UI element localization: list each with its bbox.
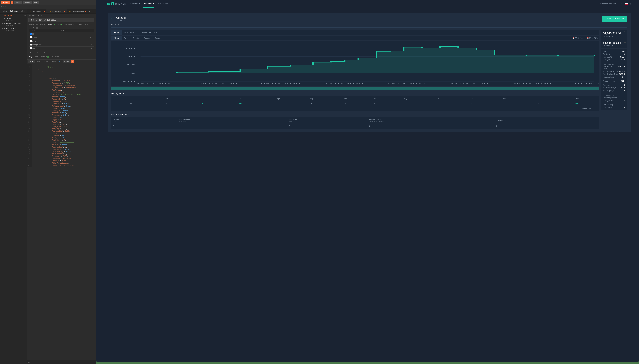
runner-button[interactable]: Runner xyxy=(23,1,32,4)
response-tab[interactable]: Headers (2) xyxy=(41,56,49,58)
info-icon[interactable]: i xyxy=(624,41,626,43)
view-tab[interactable]: Return xyxy=(111,30,122,35)
broker-logo: B2 ▮ BROKER xyxy=(107,2,126,6)
chart-brush[interactable] xyxy=(111,87,599,90)
fees-table: BalanceUSDPerformance Fee% from profitVo… xyxy=(111,117,599,129)
sidebar-toggle-icon[interactable]: ▣ xyxy=(28,361,30,363)
new-dropdown[interactable]: ▾ xyxy=(11,1,13,4)
svg-text:10: 10 xyxy=(126,64,136,66)
response-tab[interactable]: Cookies xyxy=(34,56,40,58)
stat-row: Profitable %84.06% xyxy=(603,56,625,58)
request-subtab[interactable]: Settings xyxy=(84,24,90,25)
period-tab[interactable]: 6 month xyxy=(130,36,141,40)
request-subtab[interactable]: Params xyxy=(29,24,34,25)
response-tab[interactable]: Test Results xyxy=(51,56,59,58)
stat-row: Profit21.11% xyxy=(603,50,625,53)
new-button[interactable]: ✚New xyxy=(1,1,10,4)
nav-item-leaderboard[interactable]: Leaderboard xyxy=(143,0,154,8)
stat-row: Max daily profit, USD2,925.49 xyxy=(603,70,625,73)
temp-headers-toggle[interactable]: ▸ Temporary Headers (9) ⓘ xyxy=(27,51,96,55)
view-tab[interactable]: Strategy description xyxy=(139,30,160,35)
svg-text:01.04.2020: 01.04.2020 xyxy=(575,83,599,84)
statistics-tab[interactable]: Statistics xyxy=(111,24,119,27)
collection-item[interactable]: ▸▣Postman Echo37 requests xyxy=(0,27,27,32)
preview-button[interactable]: Preview xyxy=(42,60,50,63)
refresh-icon[interactable]: ⟳ xyxy=(621,3,623,5)
stat-row: % Losing days20.00 xyxy=(603,89,625,92)
request-subtab[interactable]: Authorization xyxy=(36,24,45,25)
date-from[interactable]: 📅26-02-2020 xyxy=(571,36,585,40)
return-chart[interactable]: -100102030 28.02.202004.03.202008.03.202… xyxy=(111,41,599,86)
collection-item[interactable]: ▸▣PAMM8 requests xyxy=(0,17,27,22)
svg-text:-10: -10 xyxy=(123,81,136,82)
balance-card: 51,646,351.54 Balance (USD) i xyxy=(601,40,627,48)
calendar-icon: 📅 xyxy=(587,37,589,39)
logout-icon[interactable]: ⎋ xyxy=(630,3,631,5)
back-arrow-icon[interactable]: ‹ xyxy=(111,17,112,20)
request-tab[interactable]: POSTacc.pos (demo4) xyxy=(67,9,88,13)
refreshed-label: Refreshed 0 minute(s) ago xyxy=(600,3,619,5)
request-subtab[interactable]: Tests xyxy=(79,24,82,25)
postman-content: POSTacc.hist.settmtPOSTla.auth (demo 4)P… xyxy=(27,9,96,364)
postman-toolbar: ✚New ▾ Import Runner ▦ ▾ xyxy=(0,0,96,5)
headers-toggle[interactable]: ▾ Headers (4) xyxy=(29,27,94,29)
request-subtab[interactable]: Headers(13) xyxy=(47,24,55,25)
console-icon[interactable]: ▢ xyxy=(34,361,35,363)
fees-title: With manager's fees xyxy=(111,114,599,116)
header-row[interactable]: ManagerPassTR xyxy=(29,43,94,46)
wrap-button[interactable]: ⇥ xyxy=(71,60,74,63)
nav-item-dashboard[interactable]: Dashboard xyxy=(130,0,140,8)
trash-button[interactable]: Trash xyxy=(22,14,26,16)
date-to[interactable]: 📅01-04-2020 xyxy=(585,36,599,40)
request-subtab[interactable]: Body xyxy=(58,24,62,25)
header-row[interactable]: la_login30 xyxy=(29,36,94,40)
method-dropdown[interactable]: POST ▾ xyxy=(28,18,38,22)
broker-header: B2 ▮ BROKER DashboardLeaderboardMy Accou… xyxy=(96,0,639,8)
filter-bar: ▽ xyxy=(0,5,96,9)
stat-row: Profitable days12 xyxy=(603,103,625,106)
response-tab[interactable]: Body xyxy=(29,56,32,58)
new-collection-button[interactable]: ✚ New Collection xyxy=(2,14,13,16)
sidebar-tab-collections[interactable]: Collections xyxy=(9,9,20,13)
period-tab[interactable]: All time xyxy=(111,36,122,40)
header-row[interactable]: lbl1 xyxy=(29,32,94,36)
account-id: 300099488 xyxy=(116,20,126,21)
pretty-button[interactable]: Pretty xyxy=(28,60,35,63)
filter-input[interactable] xyxy=(4,6,95,8)
return-total: Return total: +21.11 xyxy=(111,106,599,111)
nav-item-my-accounts[interactable]: My Accounts xyxy=(157,0,168,8)
svg-text:28.02.2020: 28.02.2020 xyxy=(136,83,175,84)
subscribe-button[interactable]: Subscribe to account xyxy=(602,16,627,22)
raw-button[interactable]: Raw xyxy=(36,60,41,63)
filter-icon: ▽ xyxy=(1,6,3,8)
info-icon[interactable]: i xyxy=(624,32,626,34)
add-tab-button[interactable]: +⋯ xyxy=(88,9,94,13)
view-tab[interactable]: Balance/Equity xyxy=(122,30,139,35)
header-val-col: VAL xyxy=(62,30,64,32)
calendar-icon: 📅 xyxy=(572,37,574,39)
header-row[interactable]: la_type1 xyxy=(29,40,94,43)
stats-sidebar: 51,646,351.54 Equity (USD) i 51,646,351.… xyxy=(601,30,627,129)
header-row[interactable]: KeyVal xyxy=(29,46,94,50)
import-button[interactable]: Import xyxy=(14,1,22,4)
request-tab[interactable]: POSTacc.hist.settmt xyxy=(27,9,46,13)
svg-text:30: 30 xyxy=(126,47,136,49)
url-input[interactable]: 154.61.34.130:49121/dx xyxy=(38,18,94,22)
sidebar-tab-apis[interactable]: APIs xyxy=(20,9,27,13)
sidebar-tab-history[interactable]: History xyxy=(0,9,9,13)
visualize-button[interactable]: Visualize BETA xyxy=(50,60,62,63)
request-tab[interactable]: POSTla.auth (demo 4) xyxy=(46,9,67,13)
period-tab[interactable]: 1 month xyxy=(152,36,164,40)
collection-item[interactable]: ▸▣PAMM for integration5 requests xyxy=(0,22,27,27)
workspace-dropdown[interactable]: ▦ ▾ xyxy=(33,1,39,4)
format-dropdown[interactable]: JSON ▾ xyxy=(63,60,71,63)
request-subtab[interactable]: Pre-request Script xyxy=(64,24,76,25)
svg-text:08.03.2020: 08.03.2020 xyxy=(261,83,300,84)
request-breadcrumb: ▸la.auth (demo 4) xyxy=(27,14,96,17)
response-body[interactable]: 1{2 "jsonrpc": "2.0",3 "id": null,4 "res… xyxy=(27,64,96,360)
find-icon[interactable]: ⌕ xyxy=(31,361,32,363)
period-tab[interactable]: 3 month xyxy=(141,36,152,40)
svg-text:0: 0 xyxy=(131,72,136,74)
period-tab[interactable]: Year xyxy=(122,36,130,40)
language-flag-icon[interactable] xyxy=(625,3,628,5)
